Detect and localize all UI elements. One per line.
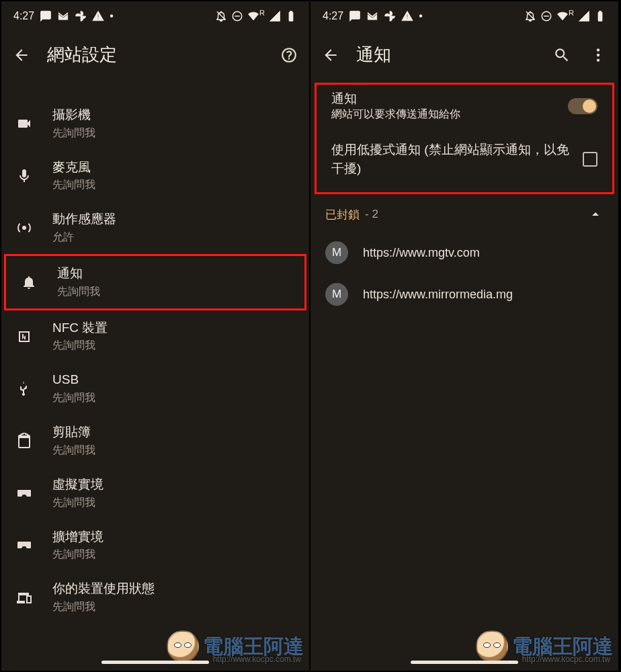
battery-icon	[594, 10, 606, 22]
row-motion[interactable]: 動作感應器允許	[1, 202, 309, 254]
nfc-icon	[15, 327, 34, 346]
warning-icon	[401, 10, 413, 22]
blocked-site-row[interactable]: M https://www.mirrormedia.mg	[310, 274, 618, 315]
row-sub: 允許	[52, 230, 296, 245]
watermark: 電腦王阿達 http://www.kocpc.com.tw	[476, 630, 613, 663]
svg-point-2	[22, 226, 26, 230]
row-label: 擴增實境	[52, 529, 296, 546]
row-notifications[interactable]: 通知先詢問我	[4, 254, 306, 310]
status-bar: 4:27 • R	[310, 1, 618, 31]
wifi-icon	[247, 10, 259, 22]
row-label: 攝影機	[52, 107, 296, 124]
clock: 4:27	[13, 10, 34, 22]
wifi-badge: R	[569, 9, 574, 17]
help-button[interactable]	[278, 44, 300, 66]
watermark-url: http://www.kocpc.com.tw	[213, 655, 301, 664]
vr-icon	[15, 484, 34, 503]
row-notifications-toggle[interactable]: 通知 網站可以要求傳送通知給你	[317, 85, 612, 128]
gmail-icon	[57, 10, 69, 22]
back-button[interactable]	[320, 44, 341, 66]
site-favicon: M	[325, 241, 348, 264]
checkbox-unchecked[interactable]	[583, 152, 597, 167]
svg-point-5	[597, 48, 599, 51]
switch-on[interactable]	[568, 98, 597, 114]
row-sub: 先詢問我	[52, 444, 296, 458]
blocked-section-header[interactable]: 已封鎖 - 2	[310, 197, 618, 232]
row-label: 通知	[57, 265, 291, 282]
row-sub: 先詢問我	[52, 126, 296, 140]
usb-icon	[15, 379, 34, 398]
row-label: 剪貼簿	[52, 424, 296, 441]
clipboard-icon	[15, 431, 34, 450]
warning-icon	[92, 10, 104, 22]
row-clipboard[interactable]: 剪貼簿先詢問我	[1, 415, 309, 467]
toggle-label: 通知	[331, 90, 557, 108]
bell-icon	[19, 273, 38, 292]
watermark-text: 電腦王阿達	[203, 633, 304, 661]
dnd-circle-icon	[540, 10, 552, 22]
row-label: NFC 裝置	[52, 320, 296, 337]
site-url: https://www.mirrormedia.mg	[363, 288, 513, 302]
dot-icon: •	[419, 10, 423, 22]
quiet-label: 使用低擾式通知 (禁止網站顯示通知，以免干擾)	[331, 140, 572, 177]
screenshot-left: 4:27 • R 網站設定 攝影機先詢問我	[1, 1, 310, 671]
settings-list: 攝影機先詢問我 麥克風先詢問我 動作感應器允許 通知先詢問我 NFC 裝置先詢問…	[1, 80, 309, 624]
blocked-label: 已封鎖	[325, 207, 360, 222]
row-sub: 先詢問我	[52, 178, 296, 192]
row-sub: 先詢問我	[52, 548, 296, 562]
signal-icon	[578, 10, 590, 22]
chat-icon	[349, 10, 361, 22]
highlight-box: 通知 網站可以要求傳送通知給你 使用低擾式通知 (禁止網站顯示通知，以免干擾)	[315, 83, 614, 194]
row-usb[interactable]: USB先詢問我	[1, 362, 309, 415]
row-vr[interactable]: 虛擬實境先詢問我	[1, 467, 309, 519]
row-quiet-notifications[interactable]: 使用低擾式通知 (禁止網站顯示通知，以免干擾)	[317, 128, 612, 184]
dot-icon: •	[110, 10, 114, 22]
watermark-url: http://www.kocpc.com.tw	[522, 655, 610, 664]
back-button[interactable]	[11, 44, 32, 66]
row-label: 你的裝置使用狀態	[52, 581, 296, 597]
app-bar: 通知	[310, 31, 618, 80]
app-bar: 網站設定	[1, 31, 309, 80]
search-button[interactable]	[551, 44, 573, 66]
mic-icon	[15, 167, 34, 185]
motion-icon	[15, 218, 34, 237]
gesture-bar	[411, 661, 518, 664]
row-label: 動作感應器	[52, 211, 296, 228]
photos-icon	[384, 10, 396, 22]
wifi-icon	[556, 10, 569, 22]
chat-icon	[40, 10, 52, 22]
clock: 4:27	[323, 10, 343, 22]
row-sub: 先詢問我	[52, 600, 296, 614]
row-sub: 先詢問我	[52, 391, 296, 405]
camera-icon	[15, 114, 34, 133]
dnd-icon	[524, 10, 536, 22]
signal-icon	[269, 10, 281, 22]
row-sub: 先詢問我	[52, 339, 296, 353]
site-favicon: M	[325, 283, 348, 306]
row-sub: 先詢問我	[57, 285, 291, 299]
wifi-badge: R	[259, 9, 265, 17]
row-label: 麥克風	[52, 159, 296, 176]
row-microphone[interactable]: 麥克風先詢問我	[1, 150, 309, 202]
row-label: USB	[52, 372, 296, 388]
watermark-face-icon	[167, 630, 199, 663]
row-camera[interactable]: 攝影機先詢問我	[1, 97, 309, 150]
overflow-button[interactable]	[587, 44, 609, 66]
dnd-icon	[215, 10, 227, 22]
toggle-sub: 網站可以要求傳送通知給你	[331, 108, 557, 122]
row-device-usage[interactable]: 你的裝置使用狀態先詢問我	[1, 571, 309, 624]
row-ar[interactable]: 擴增實境先詢問我	[1, 519, 309, 572]
blocked-count: - 2	[365, 208, 378, 221]
status-bar: 4:27 • R	[1, 1, 309, 31]
site-url: https://www.mgtv.com	[363, 246, 480, 260]
watermark-face-icon	[476, 630, 508, 663]
page-title: 通知	[356, 43, 536, 67]
chevron-up-icon	[587, 206, 604, 222]
watermark: 電腦王阿達 http://www.kocpc.com.tw	[167, 630, 304, 663]
blocked-site-row[interactable]: M https://www.mgtv.com	[310, 232, 618, 274]
row-nfc[interactable]: NFC 裝置先詢問我	[1, 310, 309, 363]
gmail-icon	[366, 10, 378, 22]
photos-icon	[75, 10, 87, 22]
screenshot-right: 4:27 • R 通知 通知	[310, 1, 620, 671]
watermark-text: 電腦王阿達	[512, 633, 613, 661]
